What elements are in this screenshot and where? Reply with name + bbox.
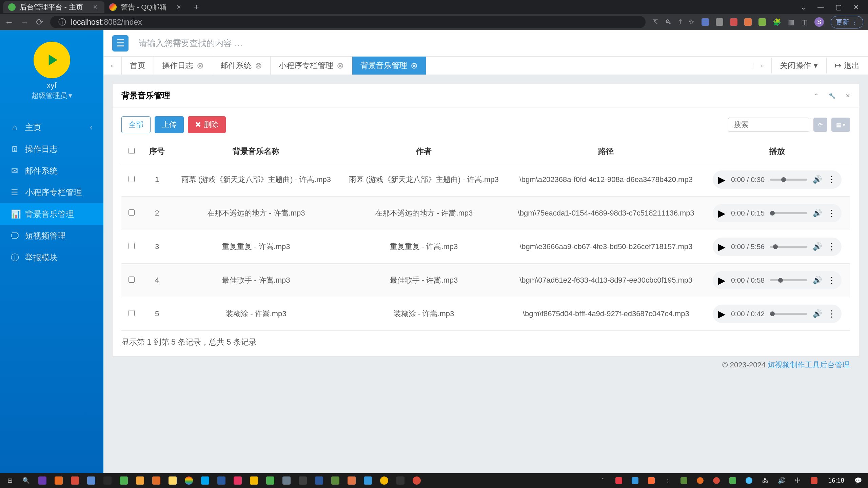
page-tab[interactable]: 背景音乐管理⊗ <box>352 57 426 75</box>
notification-icon[interactable]: 💬 <box>851 474 865 487</box>
kebab-icon[interactable]: ⋮ <box>827 208 836 219</box>
collapse-icon[interactable]: ⌃ <box>814 93 818 99</box>
volume-icon[interactable]: 🔊 <box>813 175 822 184</box>
zoom-icon[interactable]: 🔍︎ <box>665 18 672 26</box>
audio-track[interactable] <box>770 179 807 181</box>
ext-icon[interactable] <box>730 18 737 26</box>
columns-button[interactable]: ▦ ▾ <box>831 118 850 132</box>
tabs-scroll-left-icon[interactable]: « <box>103 57 122 75</box>
ime-icon[interactable]: 中 <box>791 474 805 487</box>
volume-icon[interactable]: 🔊 <box>813 276 822 285</box>
minimize-icon[interactable]: — <box>816 3 826 11</box>
share-icon[interactable]: ⇱ <box>652 18 658 26</box>
network-icon[interactable]: 🖧 <box>758 474 772 487</box>
tab-close-icon[interactable]: × <box>93 3 98 12</box>
back-icon[interactable]: ← <box>5 17 14 27</box>
play-icon[interactable]: ▶ <box>718 275 726 286</box>
tray-icon[interactable]: ↕ <box>660 474 675 487</box>
column-header[interactable]: 播放 <box>704 140 850 163</box>
taskbar-clock[interactable]: 16:18 <box>823 477 849 484</box>
play-icon[interactable]: ▶ <box>718 241 726 252</box>
tab-close-icon[interactable]: ⊗ <box>337 61 344 70</box>
upload-button[interactable]: 上传 <box>155 116 184 133</box>
tabs-scroll-right-icon[interactable]: » <box>753 63 771 69</box>
tab-close-icon[interactable]: ⊗ <box>255 61 262 70</box>
footer-link[interactable]: 短视频制作工具后台管理 <box>768 361 850 369</box>
audio-track[interactable] <box>770 313 807 315</box>
tab-close-icon[interactable]: ⊗ <box>411 61 418 70</box>
reading-list-icon[interactable]: ▥ <box>788 18 794 26</box>
page-tab[interactable]: 邮件系统⊗ <box>212 57 271 75</box>
volume-icon[interactable]: 🔊 <box>813 209 822 218</box>
extensions-icon[interactable]: 🧩 <box>773 18 781 26</box>
tab-close-icon[interactable]: × <box>177 3 181 12</box>
ext-icon[interactable] <box>716 18 723 26</box>
sidebar-item[interactable]: ⌂主页‹ <box>0 117 103 138</box>
close-ops-dropdown[interactable]: 关闭操作 ▾ <box>771 57 826 75</box>
table-search-input[interactable] <box>728 118 809 132</box>
new-tab-button[interactable]: + <box>194 2 199 12</box>
kebab-icon[interactable]: ⋮ <box>827 175 836 185</box>
tray-up-icon[interactable]: ˄ <box>595 474 610 487</box>
menu-toggle-button[interactable]: ☰ <box>112 35 129 52</box>
user-role-dropdown[interactable]: 超级管理员▾ <box>32 91 72 100</box>
tab-close-icon[interactable]: ⊗ <box>197 61 204 70</box>
refresh-button[interactable]: ⟳ <box>813 118 827 132</box>
kebab-icon[interactable]: ⋮ <box>827 275 836 286</box>
sidebar-item[interactable]: ☰小程序专栏管理 <box>0 182 103 203</box>
ext-icon[interactable] <box>758 18 766 26</box>
row-checkbox[interactable] <box>129 277 135 283</box>
sidebar-item[interactable]: 🗓操作日志 <box>0 138 103 160</box>
logout-button[interactable]: ↦ 退出 <box>826 57 868 75</box>
page-tab[interactable]: 操作日志⊗ <box>154 57 212 75</box>
reload-icon[interactable]: ⟳ <box>36 17 43 27</box>
settings-icon[interactable]: 🔧 <box>829 93 835 99</box>
ext-icon[interactable] <box>744 18 752 26</box>
close-icon[interactable]: ✕ <box>851 3 861 11</box>
select-all-checkbox[interactable] <box>129 148 135 154</box>
page-tab[interactable]: 小程序专栏管理⊗ <box>271 57 352 75</box>
site-info-icon[interactable]: ⓘ <box>58 17 66 27</box>
start-icon[interactable]: ⊞ <box>3 474 17 487</box>
column-header[interactable]: 序号 <box>142 140 172 163</box>
kebab-icon[interactable]: ⋮ <box>827 309 836 319</box>
play-icon[interactable]: ▶ <box>718 308 726 320</box>
maximize-icon[interactable]: ▢ <box>833 3 844 11</box>
search-icon[interactable]: 🔍 <box>19 474 33 487</box>
row-checkbox[interactable] <box>129 243 135 249</box>
audio-track[interactable] <box>770 212 807 214</box>
volume-icon[interactable]: 🔊 <box>774 474 789 487</box>
kebab-icon[interactable]: ⋮ <box>827 242 836 252</box>
row-checkbox[interactable] <box>129 209 135 216</box>
url-bar[interactable]: ⓘ localhost:8082/index <box>50 16 646 28</box>
row-checkbox[interactable] <box>129 176 135 182</box>
column-header[interactable]: 作者 <box>340 140 508 163</box>
page-tab[interactable]: 首页 <box>122 57 154 75</box>
sidebar-item[interactable]: 🖵短视频管理 <box>0 225 103 247</box>
close-panel-icon[interactable]: ✕ <box>846 93 850 99</box>
chevron-down-icon[interactable]: ⌄ <box>798 3 808 11</box>
global-search-input[interactable]: 请输入您需要查找的内容 … <box>139 38 243 49</box>
audio-track[interactable] <box>770 279 807 281</box>
sidebar-item[interactable]: ⓘ举报模块 <box>0 247 103 268</box>
row-checkbox[interactable] <box>129 310 135 316</box>
audio-track[interactable] <box>770 246 807 248</box>
volume-icon[interactable]: 🔊 <box>813 309 822 318</box>
side-panel-icon[interactable]: ◫ <box>801 18 808 26</box>
translate-icon[interactable]: ⤴ <box>678 18 682 26</box>
sidebar-item[interactable]: 📊背景音乐管理 <box>0 203 103 225</box>
volume-icon[interactable]: 🔊 <box>813 242 822 251</box>
browser-tab-2[interactable]: 警告 - QQ邮箱 × <box>104 1 188 13</box>
play-icon[interactable]: ▶ <box>718 208 726 219</box>
filter-all-button[interactable]: 全部 <box>121 116 151 133</box>
column-header[interactable]: 路径 <box>508 140 704 163</box>
play-icon[interactable]: ▶ <box>718 174 726 185</box>
star-icon[interactable]: ☆ <box>689 18 695 26</box>
profile-avatar-icon[interactable]: S <box>814 17 824 27</box>
column-header[interactable]: 背景音乐名称 <box>172 140 340 163</box>
forward-icon[interactable]: → <box>20 17 29 27</box>
update-button[interactable]: 更新⋮ <box>831 16 863 28</box>
ext-icon[interactable] <box>702 18 709 26</box>
browser-tab-1[interactable]: 后台管理平台 - 主页 × <box>3 1 104 13</box>
delete-button[interactable]: ✖删除 <box>188 116 226 133</box>
